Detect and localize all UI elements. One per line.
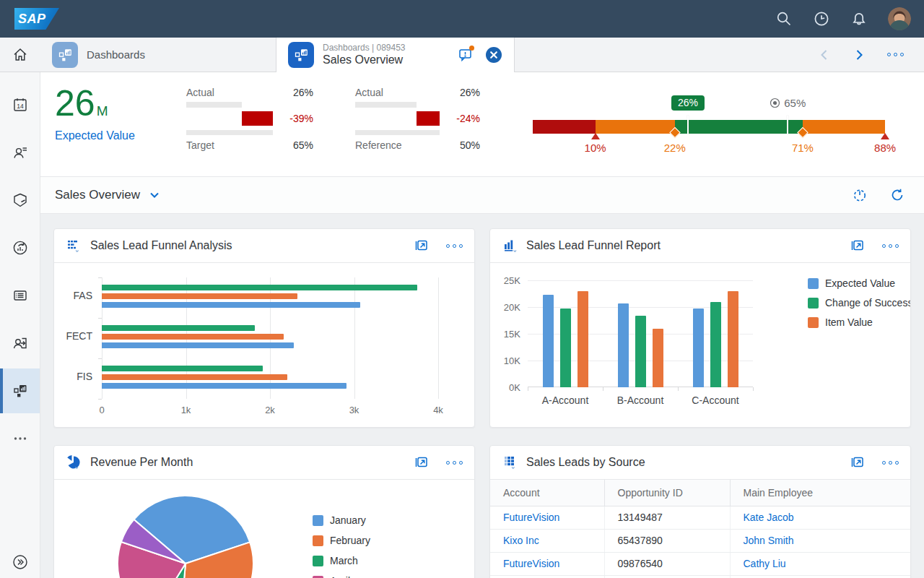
card-overflow-icon[interactable] bbox=[882, 244, 899, 248]
sidebar-item-activities[interactable] bbox=[0, 273, 40, 318]
bar[interactable] bbox=[578, 291, 588, 387]
table-row-partial[interactable] bbox=[490, 575, 910, 578]
bar[interactable] bbox=[102, 342, 294, 348]
open-in-new-icon[interactable] bbox=[849, 238, 865, 254]
sidebar-item-leads[interactable] bbox=[0, 321, 40, 366]
main-employee-cell-link[interactable]: Kate Jacob bbox=[744, 512, 794, 523]
scheduled-refresh-icon[interactable] bbox=[852, 187, 868, 203]
legend-item[interactable]: March bbox=[313, 555, 370, 566]
table-row[interactable]: Kixo Inc65437890John Smith bbox=[490, 529, 910, 552]
sidebar: 14 bbox=[0, 72, 40, 578]
chevron-right-icon[interactable] bbox=[853, 48, 866, 61]
main-employee-cell-link[interactable]: Cathy Liu bbox=[744, 558, 786, 569]
overflow-icon[interactable] bbox=[887, 53, 904, 56]
tab-strip: Dashboards Dashboards | 089453 Sales Ove… bbox=[0, 38, 924, 72]
opportunity-id-cell: 13149487 bbox=[604, 506, 730, 529]
refresh-icon[interactable] bbox=[889, 187, 905, 203]
time-icon[interactable] bbox=[813, 10, 830, 27]
legend-item[interactable]: Item Value bbox=[808, 316, 911, 328]
target-slider[interactable]: 26%65%10%22%71%88% bbox=[533, 72, 888, 177]
sap-analytics-dashboard: SAP Dashboards Dashboards | 089453 Sales… bbox=[0, 0, 924, 578]
sidebar-item-performance[interactable] bbox=[0, 225, 40, 270]
open-in-new-icon[interactable] bbox=[413, 238, 429, 254]
legend-item[interactable]: January bbox=[313, 514, 370, 526]
empty-cell bbox=[730, 575, 910, 578]
table-row[interactable]: FutureVision13149487Kate Jacob bbox=[490, 506, 910, 529]
account-cell-link[interactable]: FutureVision bbox=[503, 512, 559, 523]
sap-logo-text: SAP bbox=[14, 8, 46, 30]
table-row[interactable]: FutureVision09876540Cathy Liu bbox=[490, 552, 910, 575]
bar[interactable] bbox=[653, 329, 663, 387]
bar[interactable] bbox=[635, 316, 646, 387]
tab-sales-overview[interactable]: Dashboards | 089453 Sales Overview bbox=[276, 38, 515, 72]
sidebar-item-dashboards[interactable] bbox=[0, 368, 40, 413]
bullet-chart-target[interactable]: Actual 26% -39% Target 65% bbox=[186, 85, 313, 152]
bar[interactable] bbox=[102, 383, 346, 389]
section-header: Sales Overview bbox=[40, 177, 924, 214]
tab-close-icon[interactable] bbox=[485, 46, 502, 64]
column-header[interactable]: Opportunity ID bbox=[604, 480, 730, 506]
sap-logo[interactable]: SAP bbox=[14, 8, 59, 30]
category-label: FAS bbox=[58, 290, 102, 301]
revenue-pie-chart: JanuaryFebruaryMarchApril bbox=[54, 480, 474, 578]
bar[interactable] bbox=[560, 309, 571, 387]
card-overflow-icon[interactable] bbox=[446, 244, 463, 248]
slider-marker-label: 88% bbox=[874, 142, 896, 154]
slider-segment bbox=[803, 120, 885, 134]
main-employee-cell-link[interactable]: John Smith bbox=[744, 535, 794, 546]
dashboard-content: Sales Lead Funnel Analysis 01k2k3k4kFASF… bbox=[40, 214, 924, 578]
bullet-delta: -39% bbox=[280, 113, 313, 124]
slider-marker-label: 71% bbox=[792, 142, 814, 154]
user-avatar[interactable] bbox=[888, 7, 911, 30]
search-icon[interactable] bbox=[775, 10, 793, 27]
y-axis-label: 0K bbox=[509, 382, 528, 393]
bar[interactable] bbox=[618, 303, 629, 387]
bar[interactable] bbox=[102, 366, 263, 371]
account-cell-link[interactable]: Kixo Inc bbox=[503, 535, 539, 546]
column-header[interactable]: Main Employee bbox=[730, 480, 910, 506]
sidebar-item-calendar[interactable]: 14 bbox=[0, 82, 40, 127]
x-axis-label: 1k bbox=[181, 405, 191, 415]
open-in-new-icon[interactable] bbox=[413, 454, 429, 470]
bar[interactable] bbox=[102, 334, 284, 340]
bullet-chart-reference[interactable]: Actual 26% -24% Reference 50% bbox=[355, 85, 480, 152]
legend-item[interactable]: Change of Success bbox=[808, 297, 911, 309]
bar[interactable] bbox=[102, 302, 360, 308]
sidebar-expand-icon[interactable] bbox=[0, 553, 40, 571]
slider-segment bbox=[533, 120, 596, 134]
sidebar-item-contacts[interactable] bbox=[0, 130, 40, 175]
bar[interactable] bbox=[543, 295, 554, 387]
card-title: Revenue Per Month bbox=[90, 456, 193, 469]
kpi-expected-value[interactable]: 26M Expected Value bbox=[55, 84, 135, 142]
legend-item[interactable]: February bbox=[313, 535, 370, 546]
open-in-new-icon[interactable] bbox=[849, 454, 865, 470]
column-header[interactable]: Account bbox=[490, 480, 604, 506]
bar[interactable] bbox=[102, 325, 255, 331]
legend-swatch bbox=[808, 317, 819, 328]
bar[interactable] bbox=[710, 302, 721, 387]
bar[interactable] bbox=[102, 374, 287, 380]
bar[interactable] bbox=[693, 309, 704, 387]
card-overflow-icon[interactable] bbox=[882, 461, 899, 465]
home-icon[interactable] bbox=[0, 38, 40, 72]
account-cell: FutureVision bbox=[490, 506, 604, 529]
account-cell-link[interactable]: FutureVision bbox=[503, 558, 559, 569]
chevron-left-icon[interactable] bbox=[818, 48, 831, 61]
card-header: Sales Leads by Source bbox=[490, 446, 910, 480]
sidebar-overflow-icon[interactable] bbox=[0, 416, 40, 461]
notifications-icon[interactable] bbox=[850, 10, 868, 27]
bullet-bottom-value: 50% bbox=[447, 139, 480, 151]
sidebar-item-products[interactable] bbox=[0, 178, 40, 223]
chevron-down-icon[interactable] bbox=[149, 189, 160, 201]
legend-item[interactable]: Expected Value bbox=[808, 277, 911, 289]
bar[interactable] bbox=[728, 291, 738, 387]
slider-segment bbox=[675, 120, 803, 134]
tab-notification-icon[interactable] bbox=[458, 47, 474, 63]
card-overflow-icon[interactable] bbox=[446, 461, 463, 465]
tab-dashboards[interactable]: Dashboards bbox=[40, 38, 276, 72]
bar[interactable] bbox=[102, 293, 297, 299]
bar[interactable] bbox=[102, 285, 417, 290]
shellbar-actions bbox=[775, 7, 911, 30]
x-axis-tick bbox=[528, 387, 528, 391]
legend-item[interactable]: April bbox=[313, 575, 370, 578]
